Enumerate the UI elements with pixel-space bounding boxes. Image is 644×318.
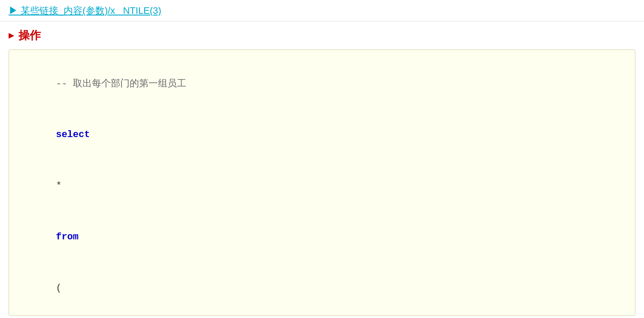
section-title: 操作 <box>18 28 41 43</box>
comment-text: -- 取出每个部门的第一组员工 <box>56 79 186 89</box>
code-select-inner-line: SELECT <box>22 314 622 316</box>
section-arrow-icon: ▶ <box>9 30 14 41</box>
header-bar: ▶ 某些链接_内容(参数)/x NTILE(3) <box>0 0 644 21</box>
code-comment-line: -- 取出每个部门的第一组员工 <box>22 58 622 110</box>
code-select-line: select <box>22 110 622 161</box>
code-paren-open-line: ( <box>22 263 622 314</box>
code-star-line: * <box>22 161 622 212</box>
page-container: ▶ 某些链接_内容(参数)/x NTILE(3) ▶ 操作 -- 取出每个部门的… <box>0 0 644 318</box>
code-paren-open: ( <box>56 283 61 294</box>
section-header: ▶ 操作 <box>0 21 644 47</box>
code-star: * <box>56 180 61 191</box>
code-from-line: from <box>22 211 622 263</box>
header-link[interactable]: ▶ 某些链接_内容(参数)/x NTILE(3) <box>9 4 161 17</box>
code-block: -- 取出每个部门的第一组员工 select * from ( SELECT d… <box>9 49 635 316</box>
keyword-select: select <box>56 129 90 140</box>
keyword-from: from <box>56 232 79 242</box>
